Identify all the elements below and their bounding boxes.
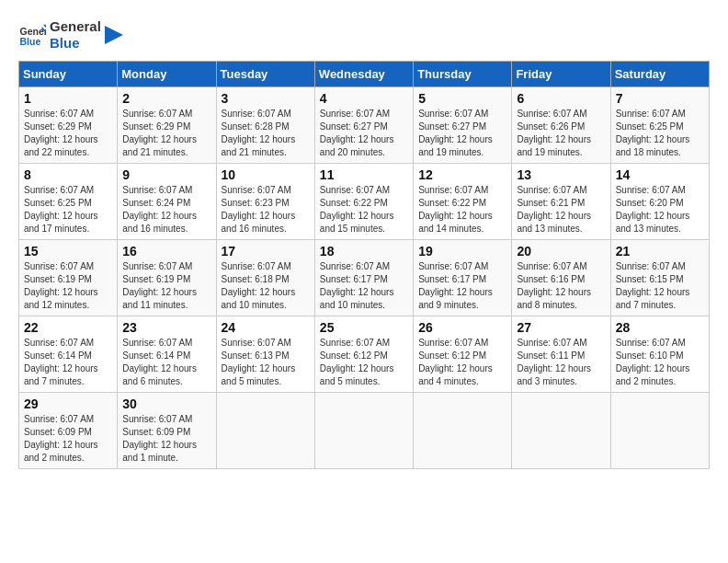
- col-header-wednesday: Wednesday: [314, 62, 413, 87]
- col-header-tuesday: Tuesday: [216, 62, 314, 87]
- calendar-week-2: 8 Sunrise: 6:07 AMSunset: 6:25 PMDayligh…: [19, 164, 710, 240]
- day-number: 30: [122, 396, 210, 411]
- calendar-cell: 13 Sunrise: 6:07 AMSunset: 6:21 PMDaylig…: [512, 164, 610, 240]
- calendar-cell: 12 Sunrise: 6:07 AMSunset: 6:22 PMDaylig…: [414, 164, 512, 240]
- calendar-cell: [610, 393, 709, 469]
- day-number: 27: [517, 320, 605, 335]
- day-number: 7: [616, 91, 704, 106]
- calendar-cell: 22 Sunrise: 6:07 AMSunset: 6:14 PMDaylig…: [19, 316, 118, 393]
- calendar-cell: [216, 393, 314, 469]
- day-number: 8: [24, 167, 112, 182]
- day-info: Sunrise: 6:07 AMSunset: 6:21 PMDaylight:…: [517, 185, 591, 234]
- day-number: 9: [122, 167, 210, 182]
- calendar-cell: 11 Sunrise: 6:07 AMSunset: 6:22 PMDaylig…: [314, 164, 413, 240]
- page-header: General Blue General Blue: [18, 18, 710, 52]
- day-number: 15: [24, 244, 112, 259]
- day-info: Sunrise: 6:07 AMSunset: 6:26 PMDaylight:…: [517, 109, 591, 157]
- day-number: 3: [222, 91, 310, 106]
- calendar-cell: 23 Sunrise: 6:07 AMSunset: 6:14 PMDaylig…: [118, 316, 216, 393]
- day-number: 14: [616, 167, 704, 182]
- day-info: Sunrise: 6:07 AMSunset: 6:19 PMDaylight:…: [24, 261, 98, 310]
- day-info: Sunrise: 6:07 AMSunset: 6:27 PMDaylight:…: [320, 109, 394, 157]
- svg-text:Blue: Blue: [20, 36, 41, 47]
- day-number: 13: [517, 167, 605, 182]
- day-info: Sunrise: 6:07 AMSunset: 6:25 PMDaylight:…: [24, 185, 98, 234]
- calendar-cell: 7 Sunrise: 6:07 AMSunset: 6:25 PMDayligh…: [610, 87, 709, 164]
- day-number: 19: [418, 244, 506, 259]
- calendar-cell: 14 Sunrise: 6:07 AMSunset: 6:20 PMDaylig…: [610, 164, 709, 240]
- logo-blue: Blue: [50, 35, 101, 52]
- calendar-week-5: 29 Sunrise: 6:07 AMSunset: 6:09 PMDaylig…: [19, 393, 710, 469]
- calendar-cell: [314, 393, 413, 469]
- calendar-cell: 9 Sunrise: 6:07 AMSunset: 6:24 PMDayligh…: [118, 164, 216, 240]
- day-info: Sunrise: 6:07 AMSunset: 6:17 PMDaylight:…: [418, 261, 493, 310]
- calendar-cell: 25 Sunrise: 6:07 AMSunset: 6:12 PMDaylig…: [314, 316, 413, 393]
- day-info: Sunrise: 6:07 AMSunset: 6:16 PMDaylight:…: [517, 261, 591, 310]
- calendar-cell: 20 Sunrise: 6:07 AMSunset: 6:16 PMDaylig…: [512, 240, 610, 316]
- calendar-cell: 1 Sunrise: 6:07 AMSunset: 6:29 PMDayligh…: [19, 87, 118, 164]
- svg-marker-4: [105, 26, 123, 44]
- day-number: 17: [222, 244, 310, 259]
- day-number: 23: [122, 320, 210, 335]
- logo-general: General: [50, 18, 101, 35]
- day-number: 20: [517, 244, 605, 259]
- day-number: 10: [222, 167, 310, 182]
- logo: General Blue General Blue: [18, 18, 123, 52]
- calendar-cell: 15 Sunrise: 6:07 AMSunset: 6:19 PMDaylig…: [19, 240, 118, 316]
- calendar-cell: 21 Sunrise: 6:07 AMSunset: 6:15 PMDaylig…: [610, 240, 709, 316]
- calendar-week-3: 15 Sunrise: 6:07 AMSunset: 6:19 PMDaylig…: [19, 240, 710, 316]
- day-info: Sunrise: 6:07 AMSunset: 6:14 PMDaylight:…: [122, 338, 197, 386]
- day-info: Sunrise: 6:07 AMSunset: 6:11 PMDaylight:…: [517, 338, 591, 386]
- calendar-cell: [512, 393, 610, 469]
- col-header-saturday: Saturday: [610, 62, 709, 87]
- logo-arrow-icon: [105, 26, 123, 44]
- calendar-cell: 4 Sunrise: 6:07 AMSunset: 6:27 PMDayligh…: [314, 87, 413, 164]
- calendar-cell: 19 Sunrise: 6:07 AMSunset: 6:17 PMDaylig…: [414, 240, 512, 316]
- day-number: 5: [418, 91, 506, 106]
- calendar-cell: 6 Sunrise: 6:07 AMSunset: 6:26 PMDayligh…: [512, 87, 610, 164]
- col-header-friday: Friday: [512, 62, 610, 87]
- calendar-cell: 5 Sunrise: 6:07 AMSunset: 6:27 PMDayligh…: [414, 87, 512, 164]
- day-number: 4: [320, 91, 408, 106]
- day-info: Sunrise: 6:07 AMSunset: 6:22 PMDaylight:…: [418, 185, 493, 234]
- day-info: Sunrise: 6:07 AMSunset: 6:12 PMDaylight:…: [418, 338, 493, 386]
- logo-icon: General Blue: [18, 21, 46, 49]
- day-info: Sunrise: 6:07 AMSunset: 6:24 PMDaylight:…: [122, 185, 197, 234]
- calendar-cell: 18 Sunrise: 6:07 AMSunset: 6:17 PMDaylig…: [314, 240, 413, 316]
- col-header-thursday: Thursday: [414, 62, 512, 87]
- calendar-body: 1 Sunrise: 6:07 AMSunset: 6:29 PMDayligh…: [19, 87, 710, 469]
- calendar-cell: 28 Sunrise: 6:07 AMSunset: 6:10 PMDaylig…: [610, 316, 709, 393]
- day-info: Sunrise: 6:07 AMSunset: 6:13 PMDaylight:…: [222, 338, 296, 386]
- calendar-cell: 2 Sunrise: 6:07 AMSunset: 6:29 PMDayligh…: [118, 87, 216, 164]
- day-info: Sunrise: 6:07 AMSunset: 6:12 PMDaylight:…: [320, 338, 394, 386]
- day-number: 24: [222, 320, 310, 335]
- calendar-cell: 17 Sunrise: 6:07 AMSunset: 6:18 PMDaylig…: [216, 240, 314, 316]
- day-info: Sunrise: 6:07 AMSunset: 6:25 PMDaylight:…: [616, 109, 690, 157]
- day-info: Sunrise: 6:07 AMSunset: 6:19 PMDaylight:…: [122, 261, 197, 310]
- day-info: Sunrise: 6:07 AMSunset: 6:27 PMDaylight:…: [418, 109, 493, 157]
- day-info: Sunrise: 6:07 AMSunset: 6:22 PMDaylight:…: [320, 185, 394, 234]
- calendar-cell: 29 Sunrise: 6:07 AMSunset: 6:09 PMDaylig…: [19, 393, 118, 469]
- day-info: Sunrise: 6:07 AMSunset: 6:09 PMDaylight:…: [24, 414, 98, 463]
- day-number: 1: [24, 91, 112, 106]
- day-number: 21: [616, 244, 704, 259]
- calendar-cell: 30 Sunrise: 6:07 AMSunset: 6:09 PMDaylig…: [118, 393, 216, 469]
- day-number: 26: [418, 320, 506, 335]
- day-info: Sunrise: 6:07 AMSunset: 6:20 PMDaylight:…: [616, 185, 690, 234]
- calendar-header-row: SundayMondayTuesdayWednesdayThursdayFrid…: [19, 62, 710, 87]
- day-info: Sunrise: 6:07 AMSunset: 6:29 PMDaylight:…: [24, 109, 98, 157]
- day-info: Sunrise: 6:07 AMSunset: 6:09 PMDaylight:…: [122, 414, 197, 463]
- calendar-cell: 24 Sunrise: 6:07 AMSunset: 6:13 PMDaylig…: [216, 316, 314, 393]
- day-info: Sunrise: 6:07 AMSunset: 6:29 PMDaylight:…: [122, 109, 197, 157]
- calendar-cell: 3 Sunrise: 6:07 AMSunset: 6:28 PMDayligh…: [216, 87, 314, 164]
- day-number: 16: [122, 244, 210, 259]
- col-header-sunday: Sunday: [19, 62, 118, 87]
- day-info: Sunrise: 6:07 AMSunset: 6:18 PMDaylight:…: [222, 261, 296, 310]
- day-info: Sunrise: 6:07 AMSunset: 6:14 PMDaylight:…: [24, 338, 98, 386]
- day-info: Sunrise: 6:07 AMSunset: 6:10 PMDaylight:…: [616, 338, 690, 386]
- calendar-cell: 8 Sunrise: 6:07 AMSunset: 6:25 PMDayligh…: [19, 164, 118, 240]
- day-number: 29: [24, 396, 112, 411]
- calendar-cell: 27 Sunrise: 6:07 AMSunset: 6:11 PMDaylig…: [512, 316, 610, 393]
- day-info: Sunrise: 6:07 AMSunset: 6:28 PMDaylight:…: [222, 109, 296, 157]
- day-number: 2: [122, 91, 210, 106]
